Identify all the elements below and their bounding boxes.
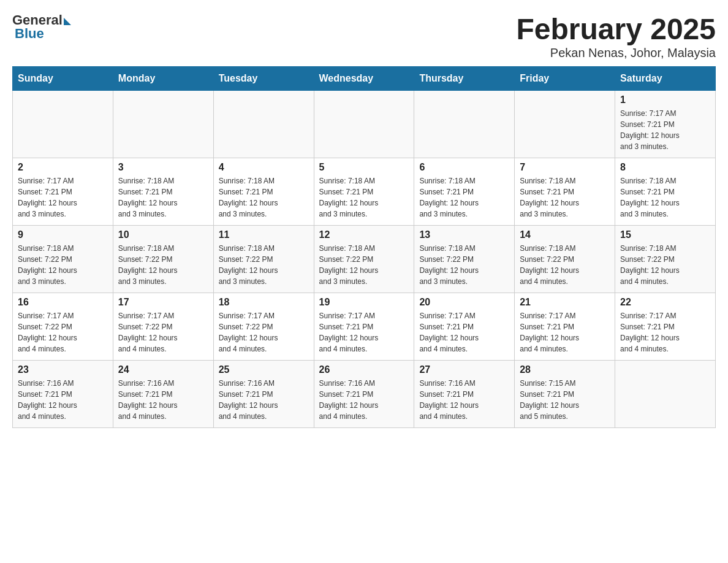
calendar-cell xyxy=(515,91,615,158)
day-number: 25 xyxy=(219,364,309,375)
day-number: 19 xyxy=(319,297,409,308)
day-info: Sunrise: 7:18 AM Sunset: 7:21 PM Dayligh… xyxy=(319,175,409,220)
calendar-cell: 12Sunrise: 7:18 AM Sunset: 7:22 PM Dayli… xyxy=(314,226,414,293)
calendar-week-row: 9Sunrise: 7:18 AM Sunset: 7:22 PM Daylig… xyxy=(13,226,716,293)
calendar-cell: 18Sunrise: 7:17 AM Sunset: 7:22 PM Dayli… xyxy=(213,293,314,361)
day-info: Sunrise: 7:17 AM Sunset: 7:21 PM Dayligh… xyxy=(620,310,710,354)
weekday-header-row: SundayMondayTuesdayWednesdayThursdayFrid… xyxy=(13,67,716,91)
day-number: 20 xyxy=(419,297,509,308)
calendar-cell xyxy=(414,91,515,158)
day-info: Sunrise: 7:17 AM Sunset: 7:22 PM Dayligh… xyxy=(18,310,108,354)
calendar-cell: 10Sunrise: 7:18 AM Sunset: 7:22 PM Dayli… xyxy=(113,226,213,293)
day-number: 10 xyxy=(118,229,208,240)
day-info: Sunrise: 7:15 AM Sunset: 7:21 PM Dayligh… xyxy=(520,378,610,422)
day-info: Sunrise: 7:17 AM Sunset: 7:22 PM Dayligh… xyxy=(219,310,309,354)
day-number: 1 xyxy=(620,94,710,105)
calendar-cell: 16Sunrise: 7:17 AM Sunset: 7:22 PM Dayli… xyxy=(13,293,113,361)
calendar-cell: 26Sunrise: 7:16 AM Sunset: 7:21 PM Dayli… xyxy=(314,361,414,428)
weekday-header-wednesday: Wednesday xyxy=(314,67,414,91)
day-number: 24 xyxy=(118,364,208,375)
day-info: Sunrise: 7:17 AM Sunset: 7:21 PM Dayligh… xyxy=(620,108,710,152)
day-info: Sunrise: 7:17 AM Sunset: 7:21 PM Dayligh… xyxy=(319,310,409,354)
day-info: Sunrise: 7:18 AM Sunset: 7:22 PM Dayligh… xyxy=(319,243,409,287)
day-info: Sunrise: 7:18 AM Sunset: 7:21 PM Dayligh… xyxy=(419,175,509,220)
weekday-header-saturday: Saturday xyxy=(615,67,716,91)
day-number: 16 xyxy=(18,297,108,308)
calendar-cell xyxy=(113,91,213,158)
calendar-cell: 17Sunrise: 7:17 AM Sunset: 7:22 PM Dayli… xyxy=(113,293,213,361)
day-number: 22 xyxy=(620,297,710,308)
day-number: 18 xyxy=(219,297,309,308)
calendar-cell: 3Sunrise: 7:18 AM Sunset: 7:21 PM Daylig… xyxy=(113,158,213,226)
location-subtitle: Pekan Nenas, Johor, Malaysia xyxy=(516,46,716,60)
day-number: 12 xyxy=(319,229,409,240)
day-info: Sunrise: 7:18 AM Sunset: 7:22 PM Dayligh… xyxy=(419,243,509,287)
calendar-week-row: 23Sunrise: 7:16 AM Sunset: 7:21 PM Dayli… xyxy=(13,361,716,428)
day-number: 3 xyxy=(118,162,208,173)
calendar-cell: 22Sunrise: 7:17 AM Sunset: 7:21 PM Dayli… xyxy=(615,293,716,361)
calendar-cell: 5Sunrise: 7:18 AM Sunset: 7:21 PM Daylig… xyxy=(314,158,414,226)
day-info: Sunrise: 7:18 AM Sunset: 7:21 PM Dayligh… xyxy=(118,175,208,220)
day-info: Sunrise: 7:18 AM Sunset: 7:22 PM Dayligh… xyxy=(620,243,710,287)
calendar-week-row: 1Sunrise: 7:17 AM Sunset: 7:21 PM Daylig… xyxy=(13,91,716,158)
day-info: Sunrise: 7:17 AM Sunset: 7:21 PM Dayligh… xyxy=(520,310,610,354)
weekday-header-tuesday: Tuesday xyxy=(213,67,314,91)
calendar-cell: 1Sunrise: 7:17 AM Sunset: 7:21 PM Daylig… xyxy=(615,91,716,158)
logo: General Blue xyxy=(12,12,71,42)
calendar-cell: 21Sunrise: 7:17 AM Sunset: 7:21 PM Dayli… xyxy=(515,293,615,361)
day-info: Sunrise: 7:18 AM Sunset: 7:21 PM Dayligh… xyxy=(620,175,710,220)
calendar-cell: 6Sunrise: 7:18 AM Sunset: 7:21 PM Daylig… xyxy=(414,158,515,226)
calendar-cell: 7Sunrise: 7:18 AM Sunset: 7:21 PM Daylig… xyxy=(515,158,615,226)
day-number: 8 xyxy=(620,162,710,173)
day-number: 27 xyxy=(419,364,509,375)
day-number: 17 xyxy=(118,297,208,308)
weekday-header-monday: Monday xyxy=(113,67,213,91)
calendar-cell: 15Sunrise: 7:18 AM Sunset: 7:22 PM Dayli… xyxy=(615,226,716,293)
calendar-cell: 20Sunrise: 7:17 AM Sunset: 7:21 PM Dayli… xyxy=(414,293,515,361)
day-number: 21 xyxy=(520,297,610,308)
calendar-cell xyxy=(314,91,414,158)
calendar-cell: 13Sunrise: 7:18 AM Sunset: 7:22 PM Dayli… xyxy=(414,226,515,293)
day-number: 26 xyxy=(319,364,409,375)
day-info: Sunrise: 7:18 AM Sunset: 7:21 PM Dayligh… xyxy=(520,175,610,220)
day-number: 13 xyxy=(419,229,509,240)
page-header: General Blue February 2025 Pekan Nenas, … xyxy=(12,12,716,60)
day-number: 14 xyxy=(520,229,610,240)
calendar-cell xyxy=(13,91,113,158)
calendar-cell: 28Sunrise: 7:15 AM Sunset: 7:21 PM Dayli… xyxy=(515,361,615,428)
weekday-header-sunday: Sunday xyxy=(13,67,113,91)
day-number: 11 xyxy=(219,229,309,240)
calendar-cell: 27Sunrise: 7:16 AM Sunset: 7:21 PM Dayli… xyxy=(414,361,515,428)
calendar-cell: 23Sunrise: 7:16 AM Sunset: 7:21 PM Dayli… xyxy=(13,361,113,428)
calendar-week-row: 2Sunrise: 7:17 AM Sunset: 7:21 PM Daylig… xyxy=(13,158,716,226)
weekday-header-thursday: Thursday xyxy=(414,67,515,91)
calendar-cell: 4Sunrise: 7:18 AM Sunset: 7:21 PM Daylig… xyxy=(213,158,314,226)
calendar-table: SundayMondayTuesdayWednesdayThursdayFrid… xyxy=(12,66,716,428)
day-info: Sunrise: 7:16 AM Sunset: 7:21 PM Dayligh… xyxy=(118,378,208,422)
day-info: Sunrise: 7:18 AM Sunset: 7:21 PM Dayligh… xyxy=(219,175,309,220)
logo-blue-text: Blue xyxy=(15,26,44,42)
calendar-cell: 2Sunrise: 7:17 AM Sunset: 7:21 PM Daylig… xyxy=(13,158,113,226)
calendar-cell: 14Sunrise: 7:18 AM Sunset: 7:22 PM Dayli… xyxy=(515,226,615,293)
calendar-cell: 25Sunrise: 7:16 AM Sunset: 7:21 PM Dayli… xyxy=(213,361,314,428)
calendar-cell xyxy=(213,91,314,158)
logo-triangle-icon xyxy=(64,18,71,25)
day-info: Sunrise: 7:18 AM Sunset: 7:22 PM Dayligh… xyxy=(18,243,108,287)
day-info: Sunrise: 7:16 AM Sunset: 7:21 PM Dayligh… xyxy=(419,378,509,422)
calendar-cell: 19Sunrise: 7:17 AM Sunset: 7:21 PM Dayli… xyxy=(314,293,414,361)
calendar-cell: 8Sunrise: 7:18 AM Sunset: 7:21 PM Daylig… xyxy=(615,158,716,226)
calendar-cell: 11Sunrise: 7:18 AM Sunset: 7:22 PM Dayli… xyxy=(213,226,314,293)
calendar-cell: 9Sunrise: 7:18 AM Sunset: 7:22 PM Daylig… xyxy=(13,226,113,293)
month-title: February 2025 xyxy=(516,12,716,46)
calendar-cell: 24Sunrise: 7:16 AM Sunset: 7:21 PM Dayli… xyxy=(113,361,213,428)
day-number: 9 xyxy=(18,229,108,240)
day-info: Sunrise: 7:17 AM Sunset: 7:21 PM Dayligh… xyxy=(18,175,108,220)
day-info: Sunrise: 7:18 AM Sunset: 7:22 PM Dayligh… xyxy=(520,243,610,287)
day-number: 28 xyxy=(520,364,610,375)
day-info: Sunrise: 7:18 AM Sunset: 7:22 PM Dayligh… xyxy=(219,243,309,287)
title-block: February 2025 Pekan Nenas, Johor, Malays… xyxy=(516,12,716,60)
calendar-week-row: 16Sunrise: 7:17 AM Sunset: 7:22 PM Dayli… xyxy=(13,293,716,361)
day-info: Sunrise: 7:16 AM Sunset: 7:21 PM Dayligh… xyxy=(319,378,409,422)
calendar-cell xyxy=(615,361,716,428)
day-number: 15 xyxy=(620,229,710,240)
